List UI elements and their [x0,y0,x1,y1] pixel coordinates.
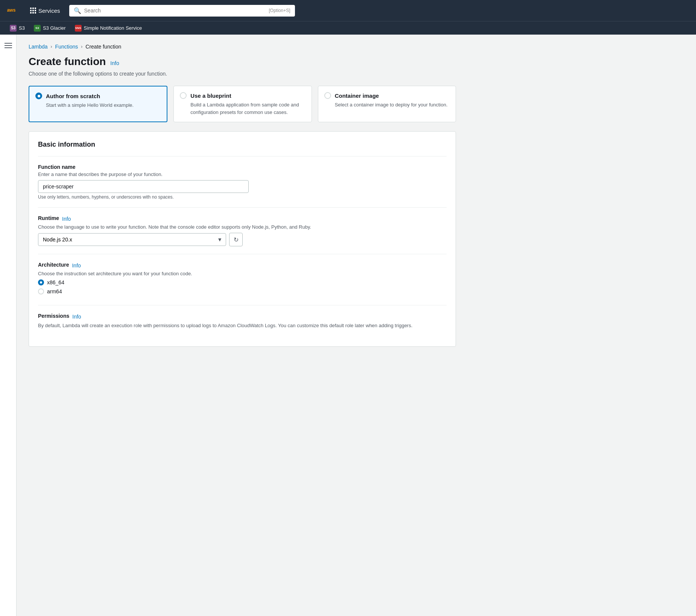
runtime-info-link[interactable]: Info [62,216,71,222]
permissions-group: Permissions Info By default, Lambda will… [38,305,447,337]
s3-badge: S3 [10,25,17,32]
sidebar [0,35,17,616]
main-layout: Lambda › Functions › Create function Cre… [0,35,696,616]
top-nav: aws Services 🔍 [Option+S] [0,0,696,21]
services-label: Services [38,8,60,14]
content-area: Lambda › Functions › Create function Cre… [17,35,468,616]
radio-container-image[interactable] [324,92,331,99]
grid-icon [30,8,36,14]
refresh-icon: ↻ [234,236,239,243]
basic-information-section: Basic information Function name Enter a … [29,131,456,347]
hamburger-menu[interactable] [2,41,14,50]
bookmarks-bar: S3 S3 S3 S3 Glacier SNS Simple Notificat… [0,21,696,35]
option-desc-1: Start with a simple Hello World example. [35,102,161,109]
creation-options: Author from scratch Start with a simple … [29,86,456,122]
option-container-image[interactable]: Container image Select a container image… [318,86,456,122]
arch-x86-radio[interactable] [38,279,44,285]
arch-arm64-label: arm64 [47,288,62,294]
page-subtitle: Choose one of the following options to c… [29,71,456,77]
radio-use-blueprint[interactable] [180,92,187,99]
aws-logo[interactable]: aws [6,3,21,18]
svg-text:aws: aws [7,8,16,13]
services-button[interactable]: Services [27,6,63,15]
breadcrumb-sep-1: › [51,44,52,49]
option-desc-2: Build a Lambda application from sample c… [180,101,305,116]
option-header-2: Use a blueprint [180,92,305,99]
arch-x86-option[interactable]: x86_64 [38,279,447,285]
function-name-label: Function name [38,164,447,170]
architecture-hint: Choose the instruction set architecture … [38,271,447,276]
bookmark-sns[interactable]: SNS Simple Notification Service [71,23,146,33]
option-header-1: Author from scratch [35,93,161,99]
page-info-link[interactable]: Info [110,60,119,66]
radio-author-from-scratch[interactable] [35,93,42,99]
radio-inner-1 [38,95,40,97]
search-input[interactable] [84,8,266,14]
page-title-row: Create function Info [29,56,456,68]
runtime-select[interactable]: Node.js 20.x Node.js 18.x Python 3.12 Py… [38,233,226,246]
function-name-note: Use only letters, numbers, hyphens, or u… [38,194,447,200]
breadcrumb-current: Create function [85,44,121,50]
bookmark-s3[interactable]: S3 S3 [6,23,29,33]
sns-label: Simple Notification Service [84,25,142,31]
arch-x86-radio-inner [40,281,42,284]
function-name-group: Function name Enter a name that describe… [38,156,447,207]
architecture-label-row: Architecture Info [38,262,447,269]
function-name-hint: Enter a name that describes the purpose … [38,171,447,177]
s3-label: S3 [19,25,25,31]
option-header-3: Container image [324,92,450,99]
architecture-label: Architecture [38,262,69,268]
permissions-description: By default, Lambda will create an execut… [38,322,447,330]
search-icon: 🔍 [74,7,81,14]
arch-x86-label: x86_64 [47,279,64,285]
runtime-label: Runtime [38,215,59,221]
option-title-2: Use a blueprint [190,93,231,99]
breadcrumb-functions[interactable]: Functions [55,44,78,50]
page-title: Create function [29,56,106,68]
breadcrumb: Lambda › Functions › Create function [29,44,456,50]
arch-arm64-option[interactable]: arm64 [38,288,447,294]
runtime-group: Runtime Info Choose the language to use … [38,207,447,254]
search-shortcut: [Option+S] [269,8,290,13]
breadcrumb-lambda[interactable]: Lambda [29,44,48,50]
permissions-label-row: Permissions Info [38,313,447,320]
sns-badge: SNS [75,25,82,32]
architecture-group: Architecture Info Choose the instruction… [38,254,447,305]
option-desc-3: Select a container image to deploy for y… [324,101,450,109]
glacier-badge: S3 [34,25,41,32]
runtime-select-wrapper: Node.js 20.x Node.js 18.x Python 3.12 Py… [38,233,226,246]
option-author-from-scratch[interactable]: Author from scratch Start with a simple … [29,86,167,122]
arch-arm64-radio[interactable] [38,288,44,294]
search-bar[interactable]: 🔍 [Option+S] [69,5,295,17]
architecture-info-link[interactable]: Info [72,262,81,269]
option-title-3: Container image [335,93,379,99]
section-title: Basic information [38,141,447,149]
option-use-blueprint[interactable]: Use a blueprint Build a Lambda applicati… [173,86,312,122]
bookmark-s3glacier[interactable]: S3 S3 Glacier [30,23,70,33]
runtime-label-row: Runtime Info [38,215,447,223]
runtime-hint: Choose the language to use to write your… [38,224,447,230]
permissions-label: Permissions [38,313,69,319]
permissions-info-link[interactable]: Info [72,314,81,320]
runtime-select-row: Node.js 20.x Node.js 18.x Python 3.12 Py… [38,233,447,246]
breadcrumb-sep-2: › [81,44,82,49]
option-title-1: Author from scratch [46,93,100,99]
runtime-refresh-button[interactable]: ↻ [229,233,243,246]
function-name-input[interactable] [38,180,249,193]
glacier-label: S3 Glacier [43,25,66,31]
